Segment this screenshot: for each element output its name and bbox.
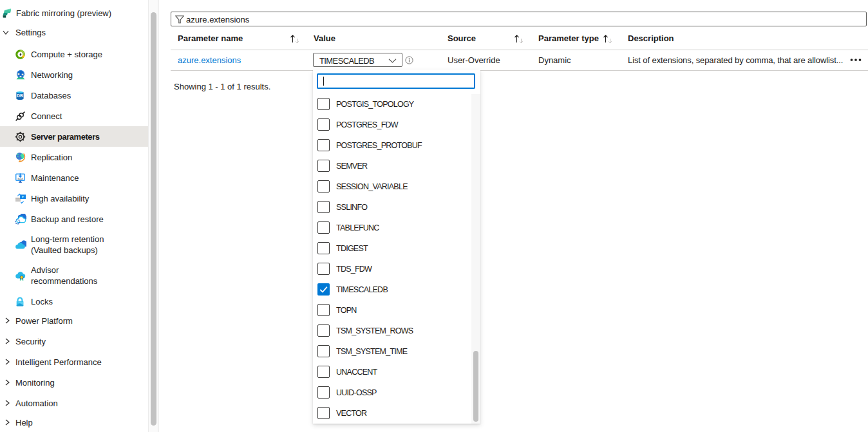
svg-text:DB: DB (17, 93, 23, 98)
